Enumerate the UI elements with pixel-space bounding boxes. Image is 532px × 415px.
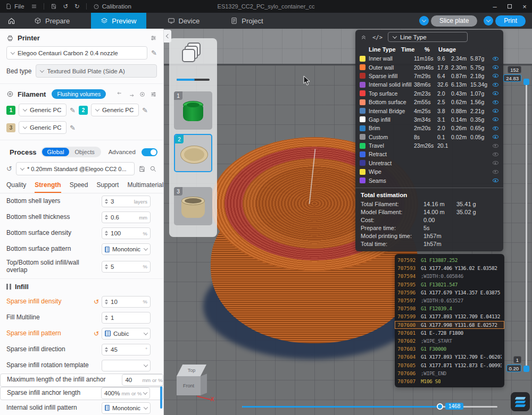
undo-button[interactable]: ↺ bbox=[63, 3, 69, 10]
gcode-line[interactable]: 707600 G1 X177.998 Y131.68 E.02572 bbox=[395, 321, 504, 329]
printer-settings-icon[interactable] bbox=[150, 35, 157, 41]
tab-device[interactable]: Device bbox=[158, 13, 210, 29]
param-input[interactable]: 45 ° bbox=[102, 344, 151, 355]
line-type-row[interactable]: Outer wall 20m46s 17.8 2.30m 5.75g bbox=[355, 63, 503, 71]
plates-stack-icon[interactable] bbox=[182, 43, 204, 65]
gcode-line[interactable]: 707597 ;WIDTH:0.653527 bbox=[395, 297, 504, 304]
home-button[interactable] bbox=[5, 15, 17, 27]
calibration-button[interactable]: Calibration bbox=[93, 3, 131, 10]
param-input[interactable]: 1 bbox=[102, 312, 151, 324]
sidebar-scrollbar[interactable] bbox=[160, 386, 162, 409]
line-type-row[interactable]: Brim 2m20s 2.0 0.26m 0.65g bbox=[355, 124, 503, 132]
filament-1-select[interactable]: Generic PC bbox=[19, 104, 66, 116]
gcode-line[interactable]: 707606 ;WIPE_END bbox=[395, 369, 504, 377]
gcode-line[interactable]: 707595 G1 F13021.547 bbox=[395, 281, 504, 289]
visibility-eye-icon[interactable] bbox=[492, 126, 499, 130]
edit-filament-3-icon[interactable]: ✎ bbox=[70, 124, 76, 132]
redo-button[interactable]: ↻ bbox=[74, 3, 80, 10]
visibility-eye-icon[interactable] bbox=[492, 109, 499, 113]
line-type-row[interactable]: Travel 23m26s 20.1 bbox=[355, 141, 503, 150]
plate-thumbnail-1[interactable]: 1 bbox=[174, 91, 212, 130]
gizmo-top-face[interactable]: Top bbox=[177, 365, 206, 376]
line-type-row[interactable]: Wipe bbox=[355, 167, 503, 176]
advanced-toggle[interactable] bbox=[142, 148, 157, 156]
param-input[interactable]: 100 % bbox=[102, 227, 151, 239]
save-button[interactable] bbox=[51, 3, 57, 10]
reset-param-icon[interactable] bbox=[94, 330, 102, 337]
gcode-line[interactable]: 707607 M106 S0 bbox=[395, 377, 504, 385]
gizmo-front-face[interactable]: Front bbox=[177, 376, 201, 395]
tab-project[interactable]: Project bbox=[221, 13, 272, 29]
line-type-row[interactable]: Top surface 2m23s 2.0 0.43m 1.07g bbox=[355, 89, 503, 98]
visibility-eye-icon[interactable] bbox=[492, 170, 499, 174]
line-type-row[interactable]: Seams bbox=[355, 176, 503, 184]
visibility-eye-icon[interactable] bbox=[492, 153, 499, 156]
param-input[interactable] bbox=[102, 360, 151, 371]
line-type-row[interactable]: Gap infill 3m34s 3.1 0.14m 0.35g bbox=[355, 115, 503, 124]
infill-section-header[interactable]: Infill bbox=[0, 278, 163, 294]
filament-arrange-icon[interactable] bbox=[117, 91, 123, 98]
move-slider[interactable]: 1468 bbox=[242, 403, 497, 410]
stepper-arrows-icon[interactable] bbox=[105, 347, 108, 352]
tab-quality[interactable]: Quality bbox=[6, 181, 26, 193]
slice-options-button[interactable] bbox=[419, 16, 429, 26]
visibility-eye-icon[interactable] bbox=[492, 117, 499, 121]
layer-slider[interactable] bbox=[523, 79, 529, 372]
line-type-row[interactable]: Custom 8s 0.1 0.02m 0.05g bbox=[355, 133, 503, 141]
line-type-row[interactable]: Retract bbox=[355, 150, 503, 158]
3d-viewport[interactable]: 1 2 3 bbox=[164, 29, 532, 415]
visibility-eye-icon[interactable] bbox=[492, 161, 499, 165]
gcode-line[interactable]: 707601 G1 E-.728 F1800 bbox=[395, 329, 504, 337]
gcode-line[interactable]: 707603 G1 F30000 bbox=[395, 345, 504, 353]
param-input[interactable]: 400% mm or % bbox=[101, 387, 150, 399]
maximize-button[interactable] bbox=[502, 0, 517, 13]
view-type-select[interactable]: Line Type bbox=[388, 32, 468, 42]
edit-printer-icon[interactable]: ✎ bbox=[151, 49, 157, 57]
tab-strength[interactable]: Strength bbox=[35, 181, 61, 193]
stepper-arrows-icon[interactable] bbox=[105, 315, 108, 320]
gcode-line[interactable]: 707594 ;WIDTH:0.605846 bbox=[395, 272, 504, 280]
line-type-row[interactable]: Inner wall 11m16s 9.6 2.34m 5.87g bbox=[355, 54, 503, 63]
visibility-eye-icon[interactable] bbox=[492, 91, 499, 95]
stepper-arrows-icon[interactable] bbox=[105, 215, 108, 220]
bed-type-select[interactable]: Textured Build Plate (Side A) bbox=[36, 64, 157, 78]
tab-multimaterial[interactable]: Multimaterial bbox=[127, 181, 163, 193]
scope-global[interactable]: Global bbox=[42, 148, 70, 156]
main-menu-button[interactable] bbox=[31, 3, 37, 10]
orientation-gizmo[interactable]: Top Front X bbox=[173, 365, 215, 405]
gcode-line[interactable]: 707593 G1 X177.406 Y136.02 E.03582 bbox=[395, 264, 504, 272]
scope-objects[interactable]: Objects bbox=[69, 148, 99, 156]
reset-process-icon[interactable] bbox=[6, 165, 12, 173]
file-menu[interactable]: File bbox=[5, 3, 24, 10]
gcode-line[interactable]: 707596 G1 X177.679 Y134.357 E.03875 bbox=[395, 289, 504, 297]
close-button[interactable]: × bbox=[517, 0, 532, 13]
line-type-row[interactable]: Unretract bbox=[355, 159, 503, 167]
print-button[interactable]: Print bbox=[495, 15, 526, 27]
gcode-line[interactable]: 707599 G1 X177.893 Y132.709 E.04132 bbox=[395, 312, 504, 320]
param-input[interactable]: Cubic bbox=[102, 328, 151, 340]
visibility-eye-icon[interactable] bbox=[492, 144, 499, 148]
stepper-arrows-icon[interactable] bbox=[105, 231, 108, 236]
edit-filament-2-icon[interactable]: ✎ bbox=[142, 106, 148, 114]
layer-slider-bottom-handle[interactable] bbox=[523, 366, 529, 372]
filament-slot-1[interactable]: 1 bbox=[6, 106, 15, 115]
reset-param-icon[interactable] bbox=[94, 298, 102, 306]
minimize-button[interactable]: – bbox=[487, 0, 502, 13]
tab-preview[interactable]: Preview bbox=[91, 13, 146, 29]
collapse-panel-icon[interactable] bbox=[360, 33, 367, 40]
search-preset-icon[interactable] bbox=[149, 165, 157, 173]
gcode-line[interactable]: 707602 ;WIPE_START bbox=[395, 337, 504, 345]
visibility-eye-icon[interactable] bbox=[492, 135, 499, 139]
visibility-eye-icon[interactable] bbox=[492, 100, 499, 104]
gcode-line[interactable]: 707598 G1 F12039.4 bbox=[395, 304, 504, 312]
printer-preset-select[interactable]: Elegoo Centauri Carbon 2 0.4 nozzle bbox=[6, 46, 147, 60]
process-preset-select[interactable]: * 0.20mm Standard @Elegoo CC2 0... bbox=[16, 162, 135, 175]
plate-thumbnail-2[interactable]: 2 bbox=[174, 134, 212, 172]
stepper-arrows-icon[interactable] bbox=[105, 299, 108, 304]
slice-plate-button[interactable]: Slice plate bbox=[431, 15, 477, 27]
edit-filament-1-icon[interactable]: ✎ bbox=[70, 106, 76, 114]
gcode-view-icon[interactable] bbox=[372, 34, 383, 40]
param-input[interactable]: 10 % bbox=[102, 296, 151, 308]
move-slider-handle[interactable] bbox=[437, 403, 443, 410]
param-input[interactable]: 3 layers bbox=[102, 196, 151, 207]
